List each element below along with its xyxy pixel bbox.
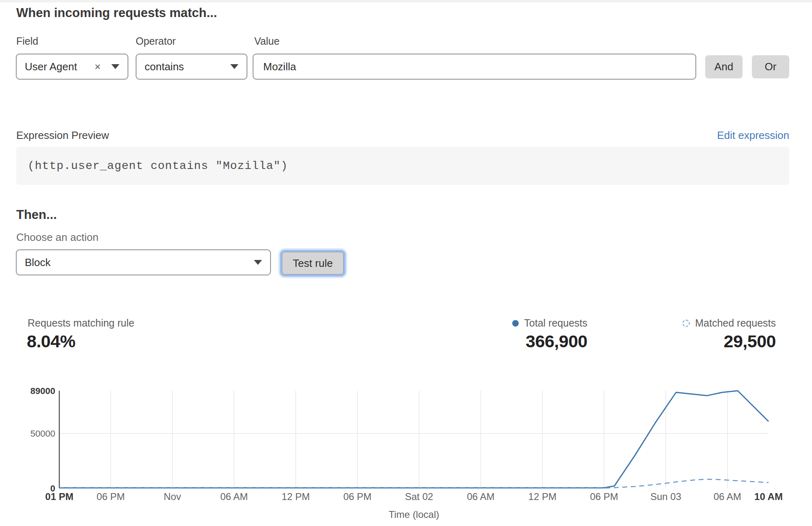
y-tick-label: 89000 bbox=[30, 386, 55, 396]
choose-action-label: Choose an action bbox=[16, 231, 98, 244]
matching-rule-label: Requests matching rule bbox=[28, 317, 134, 329]
x-tick-label: Nov bbox=[164, 491, 181, 502]
total-requests-value: 366,900 bbox=[425, 331, 587, 351]
total-requests-dot-icon bbox=[512, 320, 519, 327]
field-select[interactable]: User Agent × bbox=[16, 54, 128, 80]
operator-select-value: contains bbox=[145, 61, 230, 73]
edit-expression-link[interactable]: Edit expression bbox=[717, 129, 789, 142]
top-edge-strip bbox=[0, 0, 812, 2]
then-section-title: Then... bbox=[16, 208, 57, 222]
or-button[interactable]: Or bbox=[752, 55, 789, 78]
value-label: Value bbox=[254, 35, 279, 47]
x-tick-label: 01 PM bbox=[45, 491, 73, 502]
series-line-total-requests bbox=[59, 391, 769, 488]
x-tick-label: 12 PM bbox=[281, 491, 310, 502]
matched-requests-dashed-circle-icon bbox=[682, 320, 690, 327]
x-tick-label: 06 PM bbox=[343, 491, 371, 502]
matched-requests-label: Matched requests bbox=[695, 317, 776, 329]
chevron-down-icon bbox=[111, 64, 119, 69]
chevron-down-icon bbox=[230, 64, 238, 69]
test-rule-button[interactable]: Test rule bbox=[282, 252, 344, 275]
chevron-down-icon bbox=[254, 260, 262, 265]
matching-rule-value: 8.04% bbox=[27, 331, 75, 351]
x-tick-label: 12 PM bbox=[528, 491, 556, 502]
x-tick-label: Sat 02 bbox=[405, 491, 433, 502]
x-tick-label: 06 AM bbox=[714, 491, 741, 502]
x-tick-label: 06 AM bbox=[220, 491, 248, 502]
total-requests-label: Total requests bbox=[524, 317, 587, 329]
total-requests-legend[interactable]: Total requests bbox=[512, 317, 587, 329]
requests-over-time-chart: 8900050000001 PM06 PMNov06 AM12 PM06 PMS… bbox=[0, 378, 812, 526]
operator-select[interactable]: contains bbox=[136, 54, 247, 80]
series-line-matched-requests bbox=[59, 479, 769, 488]
action-select-value: Block bbox=[25, 256, 254, 269]
x-tick-label: 06 PM bbox=[590, 491, 618, 502]
x-axis-title: Time (local) bbox=[389, 509, 439, 520]
expression-code: (http.user_agent contains "Mozilla") bbox=[28, 160, 288, 172]
clear-icon[interactable]: × bbox=[95, 61, 101, 72]
x-tick-label: Sun 03 bbox=[650, 491, 681, 502]
and-button[interactable]: And bbox=[705, 55, 743, 78]
field-select-value: User Agent bbox=[25, 61, 95, 73]
y-tick-label: 50000 bbox=[30, 429, 55, 439]
expression-preview-label: Expression Preview bbox=[16, 129, 109, 142]
match-section-title: When incoming requests match... bbox=[16, 6, 217, 20]
x-tick-label: 06 AM bbox=[467, 491, 494, 502]
x-tick-label: 10 AM bbox=[754, 491, 783, 502]
x-tick-label: 06 PM bbox=[97, 491, 125, 502]
operator-label: Operator bbox=[136, 35, 176, 47]
firewall-rule-editor: When incoming requests match... Field Op… bbox=[0, 0, 812, 526]
field-label: Field bbox=[16, 35, 38, 47]
expression-preview-box: (http.user_agent contains "Mozilla") bbox=[16, 147, 789, 185]
value-input[interactable] bbox=[253, 54, 696, 80]
action-select[interactable]: Block bbox=[16, 249, 271, 275]
matched-requests-value: 29,500 bbox=[613, 331, 776, 351]
matched-requests-legend[interactable]: Matched requests bbox=[682, 317, 776, 329]
